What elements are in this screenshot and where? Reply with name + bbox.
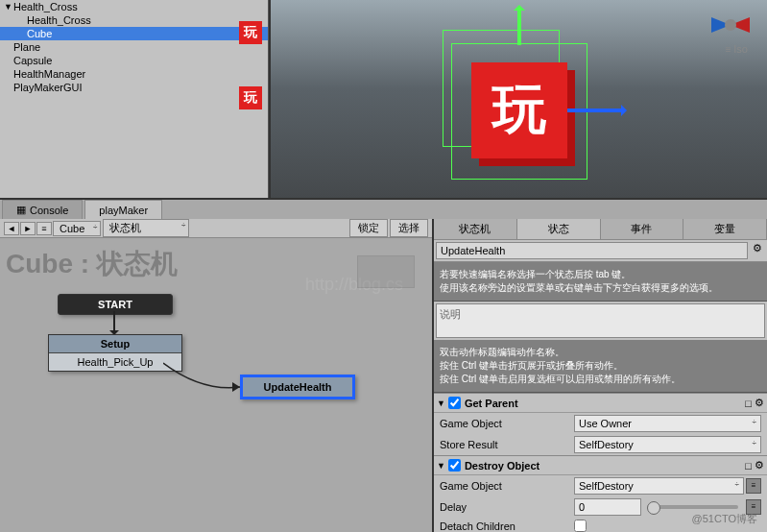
hier-item[interactable]: PlayMakerGUI bbox=[0, 81, 268, 94]
y-axis-handle[interactable] bbox=[517, 7, 521, 45]
nav-back-button[interactable]: ◄ bbox=[4, 222, 19, 235]
node-header: Setup bbox=[49, 335, 181, 353]
nav-menu-button[interactable]: ≡ bbox=[36, 222, 52, 235]
action-title: Get Parent bbox=[465, 398, 742, 409]
tab-playmaker[interactable]: playMaker bbox=[84, 200, 162, 219]
collapse-icon[interactable]: ▼ bbox=[437, 461, 445, 471]
game-object-dropdown[interactable]: Use Owner bbox=[574, 415, 761, 432]
help-box: 若要快速编辑名称选择一个状态后按 tab 键。 使用该名称旁边的设置菜单或右键单… bbox=[434, 262, 767, 302]
select-button[interactable]: 选择 bbox=[390, 219, 428, 237]
badge-icon: 玩 bbox=[239, 21, 262, 44]
detach-children-checkbox[interactable] bbox=[574, 520, 587, 532]
fsm-title: Cube : 状态机 bbox=[6, 246, 178, 282]
hier-label: Cube bbox=[27, 28, 52, 39]
hier-label: Health_Cross bbox=[27, 14, 91, 26]
hier-label: Plane bbox=[13, 41, 40, 53]
action-enabled-checkbox[interactable] bbox=[448, 397, 461, 409]
iso-label: ≡ Iso bbox=[726, 43, 748, 55]
svg-point-2 bbox=[725, 19, 736, 31]
svg-marker-3 bbox=[232, 382, 240, 392]
variable-toggle-button[interactable]: ≡ bbox=[746, 478, 761, 494]
hier-item[interactable]: Plane bbox=[0, 40, 268, 54]
prop-label: Store Result bbox=[440, 439, 574, 450]
help-box: 双击动作标题编辑动作名称。 按住 Ctrl 键单击折页展开或折叠所有动作。 按住… bbox=[434, 340, 767, 393]
console-icon: ▦ bbox=[16, 204, 26, 216]
hier-item[interactable]: Health_Cross bbox=[0, 13, 268, 27]
insp-tab-events[interactable]: 事件 bbox=[601, 219, 684, 239]
gear-icon[interactable]: ⚙ bbox=[755, 397, 764, 409]
prop-label: Detach Children bbox=[440, 520, 574, 532]
hier-item[interactable]: HealthManager bbox=[0, 67, 268, 81]
badge-icon: 玩 bbox=[239, 86, 262, 109]
action-title: Destroy Object bbox=[465, 460, 742, 472]
gear-icon[interactable]: ⚙ bbox=[755, 459, 764, 472]
prop-label: Delay bbox=[440, 501, 574, 513]
lock-button[interactable]: 锁定 bbox=[349, 219, 388, 237]
transition-arrow bbox=[113, 311, 115, 334]
hierarchy-panel: ▼Health_Cross Health_Cross Cube Plane Ca… bbox=[0, 0, 269, 198]
delay-slider[interactable] bbox=[647, 505, 738, 509]
bottom-tabs: ▦Console playMaker bbox=[0, 200, 767, 219]
scene-view[interactable]: ≡ Iso 玩 bbox=[269, 0, 767, 198]
hier-label: HealthManager bbox=[13, 68, 85, 80]
nav-fwd-button[interactable]: ► bbox=[20, 222, 36, 235]
start-node[interactable]: START bbox=[58, 294, 173, 315]
footer-watermark: @51CTO博客 bbox=[692, 512, 757, 526]
hier-label: Health_Cross bbox=[13, 1, 78, 12]
fsm-dropdown[interactable]: 状态机 bbox=[103, 219, 189, 237]
x-axis-handle[interactable] bbox=[567, 109, 625, 112]
minimap[interactable] bbox=[357, 255, 415, 288]
hier-item[interactable]: ▼Health_Cross bbox=[0, 0, 268, 13]
help-icon[interactable]: □ bbox=[745, 398, 752, 409]
state-node-updatehealth[interactable]: UpdateHealth bbox=[240, 375, 355, 399]
hier-label: PlayMakerGUI bbox=[13, 82, 83, 93]
scene-object-cube[interactable]: 玩 bbox=[471, 62, 567, 158]
collapse-icon[interactable]: ▼ bbox=[437, 399, 445, 408]
hier-item[interactable]: Capsule bbox=[0, 54, 268, 67]
insp-tab-state[interactable]: 状态 bbox=[517, 219, 601, 239]
store-result-dropdown[interactable]: SelfDestory bbox=[574, 436, 761, 453]
hier-label: Capsule bbox=[13, 55, 52, 66]
view-gizmo[interactable] bbox=[702, 6, 759, 46]
node-transition[interactable]: Health_Pick_Up bbox=[49, 353, 181, 371]
game-object-dropdown[interactable]: SelfDestory bbox=[574, 477, 744, 495]
inspector-panel: 状态机 状态 事件 变量 UpdateHealth ⚙ 若要快速编辑名称选择一个… bbox=[434, 219, 767, 532]
fsm-panel: ◄ ► ≡ Cube 状态机 锁定 选择 Cube : 状态机 http://b… bbox=[0, 219, 434, 532]
action-enabled-checkbox[interactable] bbox=[448, 459, 461, 472]
state-name-input[interactable]: UpdateHealth bbox=[436, 242, 748, 259]
fsm-canvas[interactable]: Cube : 状态机 http://blog.cs START Setup He… bbox=[0, 238, 432, 532]
tab-console[interactable]: ▦Console bbox=[2, 200, 83, 219]
description-input[interactable]: 说明 bbox=[436, 303, 765, 338]
object-dropdown[interactable]: Cube bbox=[53, 221, 101, 236]
state-node-setup[interactable]: Setup Health_Pick_Up bbox=[48, 334, 182, 372]
gear-icon[interactable]: ⚙ bbox=[750, 242, 765, 259]
inspector-tabs: 状态机 状态 事件 变量 bbox=[434, 219, 767, 240]
prop-label: Game Object bbox=[440, 418, 574, 429]
insp-tab-vars[interactable]: 变量 bbox=[683, 219, 767, 239]
action-get-parent: ▼ Get Parent □ ⚙ Game Object Use Owner S… bbox=[434, 393, 767, 455]
help-icon[interactable]: □ bbox=[745, 460, 752, 472]
expand-icon[interactable]: ▼ bbox=[4, 2, 13, 12]
delay-input[interactable]: 0 bbox=[574, 498, 641, 516]
insp-tab-fsm[interactable]: 状态机 bbox=[434, 219, 517, 239]
prop-label: Game Object bbox=[440, 480, 574, 492]
hier-item-selected[interactable]: Cube bbox=[0, 27, 268, 40]
fsm-toolbar: ◄ ► ≡ Cube 状态机 锁定 选择 bbox=[0, 219, 432, 238]
